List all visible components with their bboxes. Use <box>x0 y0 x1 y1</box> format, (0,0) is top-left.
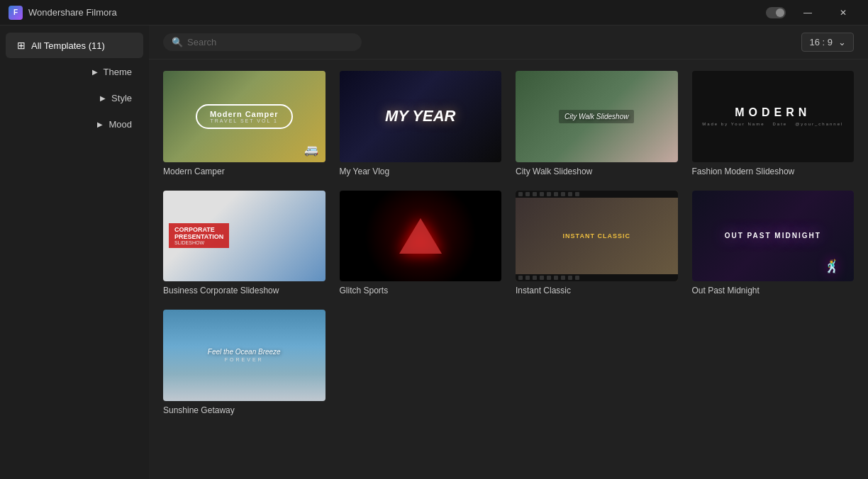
sidebar-item-theme[interactable]: ▶ Theme <box>6 60 143 84</box>
template-name-modern-camper: Modern Camper <box>163 167 326 176</box>
sunshine-sub: FOREVER <box>225 357 264 362</box>
mood-arrow: ▶ <box>97 120 103 128</box>
template-card-sunshine-getaway[interactable]: Feel the Ocean Breeze FOREVER Sunshine G… <box>163 310 326 415</box>
aspect-ratio-value: 16 : 9 <box>809 37 833 47</box>
chevron-down-icon: ⌄ <box>838 37 846 47</box>
template-thumb-glitch-sports <box>340 191 502 282</box>
template-name-my-year-vlog: My Year Vlog <box>340 167 502 176</box>
template-grid: Modern Camper TRAVEL SET VOL 1 🚐 Modern … <box>149 60 868 479</box>
search-icon: 🔍 <box>172 37 183 47</box>
template-thumb-out-past-midnight: OUT PAST MIDNIGHT 🕺 <box>692 191 855 282</box>
search-input[interactable] <box>187 37 353 47</box>
search-box[interactable]: 🔍 <box>163 33 362 51</box>
template-card-business-corporate[interactable]: CORPORATE PRESENTATION SLIDESHOW Busines… <box>163 191 326 296</box>
film-strip-bottom <box>516 274 678 281</box>
template-thumb-modern-camper: Modern Camper TRAVEL SET VOL 1 🚐 <box>163 71 326 162</box>
template-card-my-year-vlog[interactable]: MY YEAR My Year Vlog <box>340 71 502 176</box>
titlebar: F Wondershare Filmora — ✕ <box>0 0 868 26</box>
app-title: Wondershare Filmora <box>28 7 117 18</box>
template-card-out-past-midnight[interactable]: OUT PAST MIDNIGHT 🕺 Out Past Midnight <box>692 191 855 296</box>
app-logo: F <box>9 6 23 20</box>
theme-label: Theme <box>104 67 132 77</box>
toolbar: 🔍 16 : 9 ⌄ <box>149 26 868 60</box>
template-thumb-city-walk: City Walk Slideshow <box>516 71 678 162</box>
template-thumb-my-year-vlog: MY YEAR <box>340 71 502 162</box>
dancer-icon: 🕺 <box>824 259 840 274</box>
aspect-ratio-dropdown[interactable]: 16 : 9 ⌄ <box>801 33 854 52</box>
theme-toggle[interactable] <box>766 7 786 18</box>
template-name-out-past-midnight: Out Past Midnight <box>692 286 855 295</box>
close-button[interactable]: ✕ <box>827 2 859 23</box>
film-strip-top <box>516 191 678 198</box>
titlebar-controls: — ✕ <box>791 2 859 23</box>
template-card-city-walk[interactable]: City Walk Slideshow City Walk Slideshow <box>516 71 678 176</box>
template-card-modern-camper[interactable]: Modern Camper TRAVEL SET VOL 1 🚐 Modern … <box>163 71 326 176</box>
template-thumb-business-corporate: CORPORATE PRESENTATION SLIDESHOW <box>163 191 326 282</box>
titlebar-left: F Wondershare Filmora <box>9 6 117 20</box>
sidebar: ⊞ All Templates (11) ▶ Theme ▶ Style ▶ M… <box>0 26 149 479</box>
app-body: ⊞ All Templates (11) ▶ Theme ▶ Style ▶ M… <box>0 26 868 479</box>
style-arrow: ▶ <box>100 94 106 102</box>
template-thumb-sunshine-getaway: Feel the Ocean Breeze FOREVER <box>163 310 326 401</box>
minimize-button[interactable]: — <box>791 2 824 23</box>
template-name-business-corporate: Business Corporate Slideshow <box>163 286 326 295</box>
sidebar-item-mood[interactable]: ▶ Mood <box>6 112 143 137</box>
template-name-sunshine-getaway: Sunshine Getaway <box>163 405 326 415</box>
templates-icon: ⊞ <box>17 40 26 51</box>
template-card-fashion-modern[interactable]: MODERN Made by Your Name Date @your_chan… <box>692 71 855 176</box>
template-card-glitch-sports[interactable]: Glitch Sports <box>340 191 502 296</box>
outpast-text: OUT PAST MIDNIGHT <box>725 232 821 240</box>
template-name-fashion-modern: Fashion Modern Slideshow <box>692 167 855 176</box>
template-name-city-walk: City Walk Slideshow <box>516 167 678 176</box>
all-templates-label: All Templates (11) <box>31 40 105 51</box>
sunshine-text: Feel the Ocean Breeze <box>208 348 281 356</box>
mood-label: Mood <box>108 119 132 130</box>
template-thumb-instant-classic: INSTANT CLASSIC <box>516 191 678 282</box>
sidebar-item-all-templates[interactable]: ⊞ All Templates (11) <box>6 33 143 58</box>
template-thumb-fashion-modern: MODERN Made by Your Name Date @your_chan… <box>692 71 855 162</box>
instant-classic-text: INSTANT CLASSIC <box>563 232 630 240</box>
theme-arrow: ▶ <box>92 68 98 76</box>
template-name-glitch-sports: Glitch Sports <box>340 286 502 295</box>
style-label: Style <box>111 93 132 103</box>
theme-toggle-dot <box>776 9 784 17</box>
sidebar-item-style[interactable]: ▶ Style <box>6 86 143 111</box>
template-card-instant-classic[interactable]: INSTANT CLASSIC Instant Classic <box>516 191 678 296</box>
template-name-instant-classic: Instant Classic <box>516 286 678 295</box>
triangle-shape <box>399 218 442 254</box>
main-content: 🔍 16 : 9 ⌄ Modern Camper TRAVEL SET VOL … <box>149 26 868 479</box>
